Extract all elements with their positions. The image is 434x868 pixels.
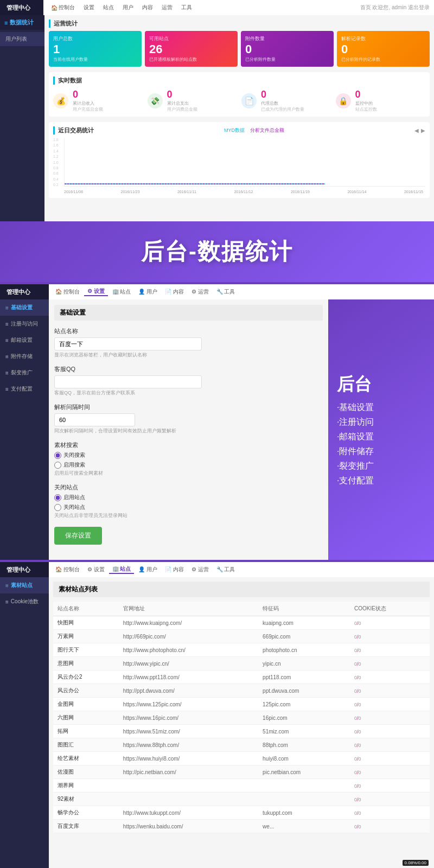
cell-name: 快图网 [53, 616, 119, 630]
nav-content[interactable]: 内容 [139, 4, 156, 11]
sidebar1-item-users[interactable]: 用户列表 [0, 32, 44, 46]
stat-card-sites-num: 26 [149, 42, 233, 56]
logo3: 管理中心 [7, 566, 30, 574]
cell-cookie: 0/0 [350, 779, 430, 793]
nav3-users[interactable]: 👤 用户 [135, 566, 161, 573]
nav-settings[interactable]: 设置 [80, 4, 98, 11]
table-title: 素材站点列表 [53, 582, 430, 597]
sites-table: 站点名称 官网地址 特征码 COOKIE状态 快图网 http://www.ku… [53, 602, 430, 833]
col-code: 特征码 [258, 602, 350, 616]
nav2-sites[interactable]: 🏢 站点 [109, 288, 135, 296]
nav-ops[interactable]: 运营 [158, 4, 176, 11]
stat-card-sites-label: 已开通模板解析的站点数 [149, 56, 233, 62]
top-nav-3: 🏠 控制台 ⚙ 设置 🏢 站点 👤 用户 📄 内容 ⚙ 运营 🔧 工具 [49, 562, 434, 577]
cell-name: 风云办公 [53, 684, 119, 698]
nav2-dashboard[interactable]: 🏠 控制台 [52, 288, 83, 296]
sidebar2-item-payment[interactable]: ≡支付配置 [0, 381, 49, 397]
cell-code: 669pic.com [258, 630, 350, 643]
expense-num: 0 [167, 89, 197, 100]
chart-controls: ◀ ▶ [414, 127, 425, 133]
stat-card-attachments: 附件数量 0 已分析附件数量 [241, 31, 334, 67]
stat-card-users-label: 当前在线用户数量 [53, 56, 137, 62]
field-qq-input[interactable] [54, 375, 202, 388]
search-radio-group: 关闭搜索 启用搜索 [54, 451, 323, 469]
top-nav-2: 🏠 控制台 ⚙ 设置 🏢 站点 👤 用户 📄 内容 ⚙ 运营 🔧 工具 [49, 284, 434, 299]
table-row: 快图网 http://www.kuaipng.com/ kuaipng.com … [53, 616, 430, 630]
cookie-value: 0/0 [354, 810, 361, 816]
cell-url: https://www.51miz.com/ [119, 725, 258, 738]
nav3-settings[interactable]: ⚙ 设置 [84, 566, 108, 573]
rb2-item-5: ·支付配置 [337, 475, 425, 487]
cookie-value: 0/0 [354, 729, 361, 735]
radio-open-search[interactable]: 启用搜索 [54, 461, 323, 469]
cell-code: tukuppt.com [258, 806, 350, 820]
stat-card-attach-num: 0 [245, 42, 329, 56]
col-cookie: COOKIE状态 [350, 602, 430, 616]
chart-legend: MYD数据 分析文件总金额 [224, 127, 284, 134]
nav-users[interactable]: 用户 [119, 4, 137, 11]
sidebar2-item-storage[interactable]: ≡附件存储 [0, 348, 49, 365]
legend-amount: 分析文件总金额 [250, 127, 284, 134]
realtime-card-income: 💰 0 累计总收入 用户充值总金额 [53, 89, 143, 112]
nav-dashboard[interactable]: 🏠 控制台 [48, 4, 78, 11]
radio-close-search[interactable]: 关闭搜索 [54, 451, 323, 459]
chart-prev[interactable]: ◀ [414, 127, 419, 133]
radio-enable-site[interactable]: 启用站点 [54, 494, 323, 501]
nav2-users[interactable]: 👤 用户 [135, 288, 161, 296]
field-interval-input[interactable] [54, 413, 135, 426]
field-site-name-label: 站点名称 [54, 327, 323, 335]
sidebar2-item-email[interactable]: ≡邮箱设置 [0, 332, 49, 348]
realtime-card-monitor: 🔒 0 监控中的 站点监控数 [336, 89, 426, 112]
chart-yaxis: 1.81.61.41.21.00.80.60.40.2 [53, 138, 59, 187]
cell-code: huiyi8.com [258, 752, 350, 765]
cell-cookie: 0/0 [350, 684, 430, 698]
cell-url: http://pic.netbian.com/ [119, 765, 258, 779]
agents-num: 0 [261, 89, 304, 100]
cell-url: http://www.ppt118.com/ [119, 671, 258, 684]
cell-url: https://www.125pic.com/ [119, 698, 258, 711]
right-banner2: 后台 ·基础设置 ·注册访问 ·邮箱设置 ·附件储存 ·裂变推广 ·支付配置 [328, 299, 434, 560]
nav3-content[interactable]: 📄 内容 [162, 566, 187, 573]
top-right-user: 首页 欢迎您, admin 退出登录 [360, 4, 430, 11]
cell-name: 意图网 [53, 657, 119, 671]
section2-settings: 管理中心 🏠 控制台 ⚙ 设置 🏢 站点 👤 用户 📄 内容 ⚙ 运营 🔧 工具… [0, 282, 434, 560]
cookie-value: 0/0 [354, 702, 361, 707]
field-interval-hint: 同次解析问隔时间，合理设置时间有效防止用户频繁解析 [54, 427, 323, 435]
logo2: 管理中心 [7, 288, 30, 296]
cookie-value: 0/0 [354, 688, 361, 694]
stat-cards: 用户总数 1 当前在线用户数量 可用站点 26 已开通模板解析的站点数 附件数量… [49, 31, 430, 67]
income-icon: 💰 [53, 93, 68, 108]
stat-card-users: 用户总数 1 当前在线用户数量 [49, 31, 142, 67]
sidebar2-item-register[interactable]: ≡注册与访问 [0, 316, 49, 332]
nav-sites[interactable]: 站点 [100, 4, 117, 11]
nav3-dashboard[interactable]: 🏠 控制台 [52, 566, 83, 573]
income-sublabel: 累计总收入 [73, 100, 103, 106]
nav2-tools[interactable]: 🔧 工具 [213, 288, 239, 296]
rb2-item-3: ·附件储存 [337, 446, 425, 457]
cell-name: 风云办公2 [53, 671, 119, 684]
sidebar3-item-cookie[interactable]: ≡Cookie池数 [0, 593, 49, 610]
field-site-name-input[interactable] [54, 337, 202, 350]
nav3-ops[interactable]: ⚙ 运营 [188, 566, 212, 573]
nav-tools[interactable]: 工具 [178, 4, 195, 11]
cookie-value: 0/0 [354, 770, 361, 775]
nav2-ops[interactable]: ⚙ 运营 [188, 288, 212, 296]
sidebar2-item-viral[interactable]: ≡裂变推广 [0, 365, 49, 381]
sidebar3-item-material[interactable]: ≡素材站点 [0, 577, 49, 593]
nav2-content[interactable]: 📄 内容 [162, 288, 187, 296]
cell-code: ppt.dwuva.com [258, 684, 350, 698]
cell-cookie: 0/0 [350, 793, 430, 806]
radio-close-site[interactable]: 关闭站点 [54, 503, 323, 511]
save-settings-button[interactable]: 保存设置 [54, 527, 102, 545]
stat-card-users-num: 1 [53, 42, 137, 56]
nav3-tools[interactable]: 🔧 工具 [213, 566, 239, 573]
nav3-sites[interactable]: 🏢 站点 [109, 565, 135, 574]
cell-url: http://www.tukuppt.com/ [119, 806, 258, 820]
legend-myd: MYD数据 [224, 127, 245, 134]
chart-next[interactable]: ▶ [421, 127, 425, 133]
field-interval-label: 解析问隔时间 [54, 403, 323, 411]
realtime-title: 实时数据 [53, 76, 425, 85]
nav2-settings[interactable]: ⚙ 设置 [84, 288, 108, 296]
sidebar2-item-basic[interactable]: ≡基础设置 [0, 299, 49, 316]
monitor-icon: 🔒 [336, 93, 351, 108]
